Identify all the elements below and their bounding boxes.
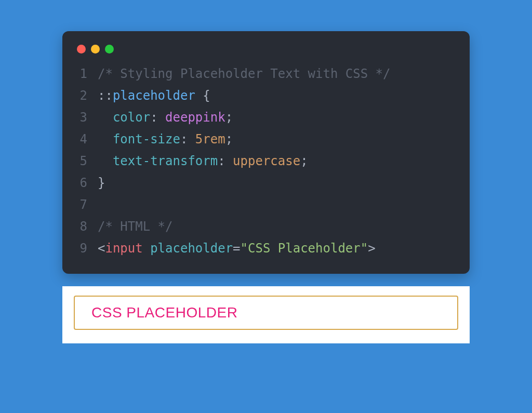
line-number: 4 [75, 128, 98, 150]
close-icon[interactable] [77, 45, 86, 54]
code-text [98, 194, 457, 216]
code-line: 7 [75, 194, 457, 216]
code-line: 3 color: deeppink; [75, 106, 457, 128]
line-number: 6 [75, 172, 98, 194]
line-number: 5 [75, 150, 98, 172]
line-number: 8 [75, 216, 98, 237]
code-text: <input placeholder="CSS Placeholder"> [98, 237, 457, 259]
window-traffic-lights [75, 42, 457, 63]
code-line: 5 text-transform: uppercase; [75, 150, 457, 172]
code-block: 1/* Styling Placeholder Text with CSS */… [75, 63, 457, 259]
code-text: font-size: 5rem; [98, 128, 457, 150]
code-text: } [98, 172, 457, 194]
line-number: 3 [75, 106, 98, 128]
minimize-icon[interactable] [91, 45, 100, 54]
code-text: text-transform: uppercase; [98, 150, 457, 172]
line-number: 7 [75, 194, 98, 216]
code-text: color: deeppink; [98, 106, 457, 128]
maximize-icon[interactable] [105, 45, 114, 54]
line-number: 2 [75, 85, 98, 106]
code-line: 8/* HTML */ [75, 216, 457, 237]
code-line: 4 font-size: 5rem; [75, 128, 457, 150]
line-number: 1 [75, 63, 98, 85]
code-line: 2::placeholder { [75, 85, 457, 106]
code-line: 9<input placeholder="CSS Placeholder"> [75, 237, 457, 259]
code-editor-window: 1/* Styling Placeholder Text with CSS */… [62, 31, 470, 274]
code-text: /* HTML */ [98, 216, 457, 237]
code-line: 6} [75, 172, 457, 194]
preview-panel [62, 286, 470, 343]
demo-placeholder-input[interactable] [74, 296, 458, 330]
code-line: 1/* Styling Placeholder Text with CSS */ [75, 63, 457, 85]
code-text: /* Styling Placeholder Text with CSS */ [98, 63, 457, 85]
code-text: ::placeholder { [98, 85, 457, 106]
line-number: 9 [75, 237, 98, 259]
